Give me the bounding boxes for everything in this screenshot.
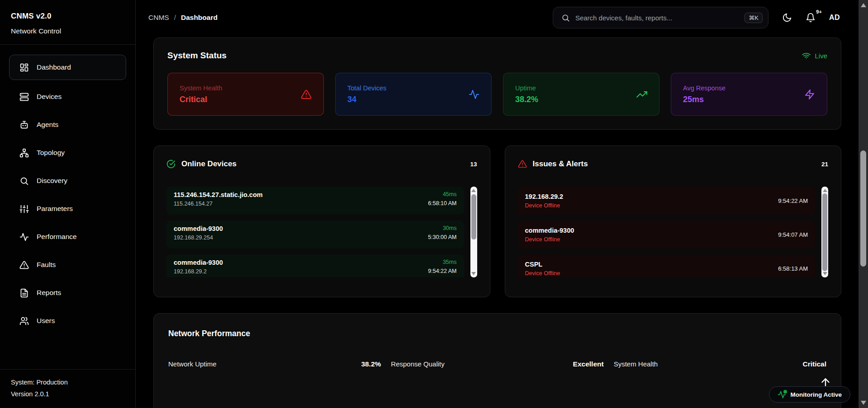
sidebar-item-reports[interactable]: Reports [9, 281, 126, 304]
scroll-up-arrow-icon[interactable] [861, 3, 866, 7]
main-area: CNMS / Dashboard ⌘K 9+ AD [136, 0, 868, 408]
device-row[interactable]: commedia-9300 192.168.29.2 35ms 9:54:22 … [166, 254, 464, 277]
live-status-badge: Live [802, 52, 827, 60]
device-timestamp: 5:30:00 AM [428, 234, 456, 240]
device-ip: 192.168.29.2 [174, 268, 223, 275]
search-icon [561, 14, 570, 22]
search-icon [19, 176, 29, 186]
scroll-up-arrow-icon[interactable] [823, 189, 827, 192]
alert-row[interactable]: commedia-9300 Device Offline 9:54:07 AM [518, 220, 816, 249]
device-name: commedia-9300 [174, 259, 223, 266]
metric-label: System Health [614, 360, 658, 368]
stat-value: 25ms [683, 95, 726, 104]
scroll-down-arrow-icon[interactable] [823, 272, 827, 275]
check-circle-icon [166, 159, 175, 169]
alert-row[interactable]: CSPL Device Offline 6:58:13 AM [518, 254, 816, 277]
sidebar-item-label: Users [37, 317, 55, 325]
server-icon [19, 92, 29, 102]
alert-row[interactable]: 192.168.29.2 Device Offline 9:54:22 AM [518, 187, 816, 215]
live-label: Live [815, 52, 827, 60]
metric-value: 38.2% [361, 360, 381, 368]
alert-device-name: CSPL [525, 261, 560, 268]
device-timestamp: 6:58:10 AM [428, 200, 456, 206]
online-devices-card: Online Devices 13 115.246.154.27.static.… [153, 145, 490, 297]
scrollbar-thumb[interactable] [822, 193, 827, 271]
search-input[interactable] [575, 14, 745, 22]
stat-label: Uptime [515, 84, 538, 92]
monitoring-active-label: Monitoring Active [791, 391, 842, 398]
file-text-icon [19, 288, 29, 298]
scroll-down-arrow-icon[interactable] [471, 272, 476, 275]
device-latency: 30ms [428, 225, 456, 231]
network-performance-title: Network Performance [168, 329, 826, 338]
dashboard-content: System Status Live System Health Critica… [136, 35, 868, 408]
global-search[interactable]: ⌘K [553, 7, 768, 28]
notification-count-badge: 9+ [816, 9, 822, 14]
scroll-down-arrow-icon[interactable] [861, 401, 866, 405]
issues-alerts-scrollbar[interactable] [821, 187, 828, 277]
alert-timestamp: 9:54:07 AM [778, 231, 808, 238]
system-environment-label: System: Production [11, 377, 124, 388]
device-latency: 45ms [428, 191, 456, 197]
network-performance-card: Network Performance Network Uptime 38.2%… [153, 313, 841, 408]
avatar[interactable]: AD [829, 14, 840, 22]
monitoring-active-badge: Monitoring Active [769, 386, 851, 403]
sidebar-item-devices[interactable]: Devices [9, 85, 126, 108]
online-devices-title: Online Devices [181, 159, 237, 169]
device-row[interactable]: 115.246.154.27.static.jio.com 115.246.15… [166, 187, 464, 215]
device-timestamp: 9:54:22 AM [428, 268, 456, 274]
trending-up-icon [636, 89, 647, 100]
app-subtitle: Network Control [11, 27, 124, 35]
activity-pulse-icon [778, 390, 786, 399]
sidebar-item-performance[interactable]: Performance [9, 225, 126, 248]
users-icon [19, 316, 29, 326]
topbar: CNMS / Dashboard ⌘K 9+ AD [136, 0, 868, 35]
metric-value: Excellent [573, 360, 604, 368]
scrollbar-thumb[interactable] [471, 194, 476, 239]
metric-label: Network Uptime [168, 360, 217, 368]
alert-timestamp: 9:54:22 AM [778, 197, 808, 204]
app-brand: CNMS v2.0 Network Control [0, 0, 135, 45]
sidebar-item-agents[interactable]: Agents [9, 113, 126, 136]
activity-icon [469, 89, 479, 100]
metric-system-health: System Health Critical [614, 360, 826, 368]
sidebar-item-label: Discovery [37, 177, 67, 185]
breadcrumb-root[interactable]: CNMS [148, 14, 169, 22]
stat-value: 38.2% [515, 95, 538, 104]
sidebar-item-faults[interactable]: Faults [9, 253, 126, 276]
online-devices-scrollbar[interactable] [470, 187, 477, 277]
notifications-button[interactable]: 9+ [806, 13, 816, 23]
alert-timestamp: 6:58:13 AM [778, 265, 808, 272]
sliders-icon [19, 204, 29, 214]
alert-triangle-icon [19, 260, 29, 270]
scroll-up-arrow-icon[interactable] [471, 189, 476, 192]
stat-value: Critical [180, 95, 222, 104]
version-label: Version 2.0.1 [11, 389, 124, 400]
alert-status: Device Offline [525, 202, 564, 209]
issues-alerts-list: 192.168.29.2 Device Offline 9:54:22 AM c… [518, 187, 816, 277]
keyboard-shortcut-badge: ⌘K [745, 13, 763, 23]
sidebar-item-label: Faults [37, 261, 56, 269]
scrollbar-thumb[interactable] [860, 150, 866, 267]
sidebar-item-discovery[interactable]: Discovery [9, 169, 126, 192]
alert-device-name: 192.168.29.2 [525, 193, 564, 200]
sidebar-item-label: Topology [37, 149, 65, 157]
page-scrollbar[interactable] [859, 0, 868, 408]
sidebar-item-users[interactable]: Users [9, 310, 126, 332]
sidebar-item-topology[interactable]: Topology [9, 141, 126, 164]
issues-alerts-count: 21 [821, 161, 828, 168]
device-ip: 115.246.154.27 [174, 201, 263, 207]
metric-network-uptime: Network Uptime 38.2% [168, 360, 381, 368]
sidebar-item-dashboard[interactable]: Dashboard [9, 55, 126, 80]
dark-mode-toggle[interactable] [782, 13, 792, 23]
sidebar-item-parameters[interactable]: Parameters [9, 197, 126, 220]
device-name: 115.246.154.27.static.jio.com [174, 191, 263, 198]
bot-icon [19, 120, 29, 130]
device-latency: 35ms [428, 259, 456, 265]
app-title: CNMS v2.0 [11, 12, 124, 21]
wifi-icon [802, 52, 811, 60]
device-row[interactable]: commedia-9300 192.168.29.254 30ms 5:30:0… [166, 220, 464, 249]
stat-label: System Health [180, 84, 222, 92]
system-status-card: System Status Live System Health Critica… [153, 38, 841, 130]
network-icon [19, 148, 29, 158]
